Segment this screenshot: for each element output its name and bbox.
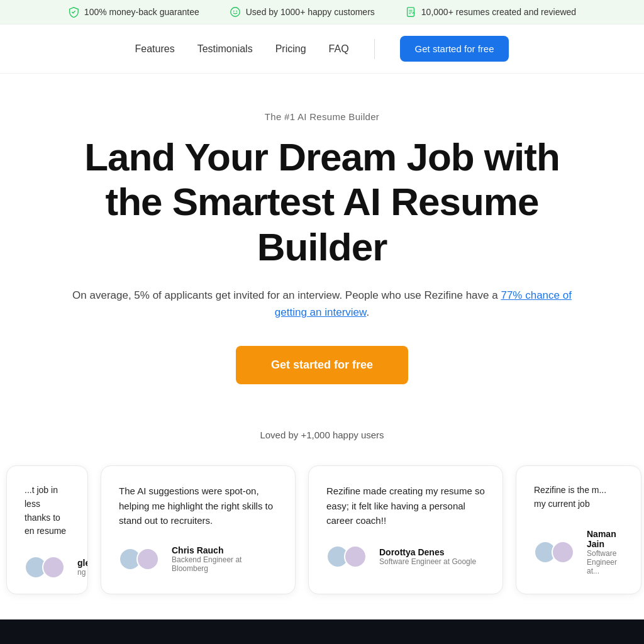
banner-item-guarantee: 100% money-back guarantee: [68, 6, 199, 18]
author-row: Dorottya Denes Software Engineer at Goog…: [326, 545, 485, 568]
avatar-pair: [119, 548, 159, 570]
avatar-pair: [25, 556, 65, 579]
nav-faq[interactable]: FAQ: [329, 43, 349, 55]
banner-item-customers: Used by 1000+ happy customers: [230, 6, 375, 18]
author-info: Naman Jain Software Engineer at...: [587, 529, 623, 575]
svg-point-0: [231, 8, 240, 16]
avatar: [552, 541, 574, 564]
testimonial-card-dorottya: Rezifine made creating my resume so easy…: [308, 465, 503, 594]
social-proof-label: Loved by +1,000 happy users: [0, 409, 644, 453]
hero-title: Land Your Dream Job with the Smartest AI…: [64, 135, 580, 269]
hero-cta-button[interactable]: Get started for free: [236, 346, 408, 384]
avatar-pair: [534, 541, 574, 564]
nav-divider: [374, 39, 375, 59]
nav-links: Features Testimonials Pricing FAQ: [135, 43, 349, 55]
author-job-title: Backend Engineer at Bloomberg: [172, 555, 277, 573]
author-name: gley: [77, 558, 88, 568]
nav-features[interactable]: Features: [135, 43, 175, 55]
author-info: Dorottya Denes Software Engineer at Goog…: [379, 547, 476, 566]
author-row: gley ng: [25, 556, 70, 579]
testimonials-container: ...t job in lessthanks toen resume gley …: [0, 453, 644, 619]
testimonial-quote: Rezifine made creating my resume so easy…: [326, 484, 485, 528]
author-job-title: Software Engineer at Google: [379, 557, 476, 566]
nav-cta-button[interactable]: Get started for free: [400, 36, 509, 62]
svg-point-2: [236, 11, 237, 12]
testimonial-quote: Rezifine is the m...my current job: [534, 484, 623, 511]
nav-testimonials[interactable]: Testimonials: [197, 43, 253, 55]
testimonial-card-chris: The AI suggestions were spot-on, helping…: [101, 465, 296, 594]
testimonial-quote: ...t job in lessthanks toen resume: [25, 484, 70, 538]
navbar: Features Testimonials Pricing FAQ Get st…: [0, 25, 644, 74]
avatar-pair: [326, 545, 367, 568]
hero-description: On average, 5% of applicants get invited…: [64, 287, 580, 321]
testimonials-track: ...t job in lessthanks toen resume gley …: [0, 465, 644, 594]
author-name: Naman Jain: [587, 529, 623, 549]
document-icon: [405, 6, 416, 18]
banner-customers-text: Used by 1000+ happy customers: [246, 7, 375, 17]
dark-footer-section: The smartest AI resume builder: [0, 619, 644, 644]
avatar: [42, 556, 65, 579]
avatar: [344, 545, 367, 568]
smiley-icon: [230, 6, 241, 18]
author-row: Chris Rauch Backend Engineer at Bloomber…: [119, 545, 277, 573]
testimonial-card-partial-left: ...t job in lessthanks toen resume gley …: [6, 465, 88, 594]
author-job-title: ng: [77, 568, 88, 577]
banner-guarantee-text: 100% money-back guarantee: [84, 7, 199, 17]
banner-resumes-text: 10,000+ resumes created and reviewed: [421, 7, 576, 17]
author-info: gley ng: [77, 558, 88, 577]
testimonial-card-partial-right: Rezifine is the m...my current job Naman…: [516, 465, 641, 594]
hero-section: The #1 AI Resume Builder Land Your Dream…: [39, 74, 605, 409]
svg-point-1: [233, 11, 235, 12]
shield-icon: [68, 6, 79, 18]
author-info: Chris Rauch Backend Engineer at Bloomber…: [172, 545, 277, 573]
author-job-title: Software Engineer at...: [587, 549, 623, 575]
hero-subtitle: The #1 AI Resume Builder: [64, 111, 580, 122]
author-name: Chris Rauch: [172, 545, 277, 555]
testimonial-quote: The AI suggestions were spot-on, helping…: [119, 484, 277, 528]
nav-pricing[interactable]: Pricing: [275, 43, 306, 55]
avatar: [136, 548, 159, 570]
author-name: Dorottya Denes: [379, 547, 476, 557]
top-banner: 100% money-back guarantee Used by 1000+ …: [0, 0, 644, 25]
author-row: Naman Jain Software Engineer at...: [534, 529, 623, 575]
banner-item-resumes: 10,000+ resumes created and reviewed: [405, 6, 576, 18]
